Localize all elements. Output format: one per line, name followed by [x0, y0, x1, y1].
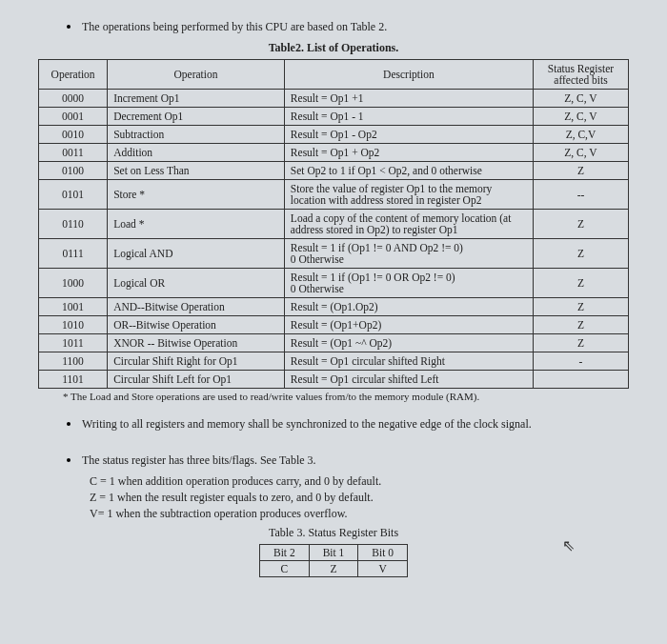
bit1-header: Bit 1	[309, 544, 358, 560]
cell-status	[533, 370, 628, 388]
cell-status: Z	[533, 315, 628, 333]
bit0-header: Bit 0	[358, 544, 408, 560]
cell-description: Result = Op1 + Op2	[284, 143, 533, 161]
table-row: 1011XNOR -- Bitwise OperationResult = (O…	[39, 333, 629, 352]
cell-status: Z, C, V	[533, 89, 628, 107]
cell-description: Result = 1 if (Op1 != 0 OR Op2 != 0) 0 O…	[284, 268, 533, 297]
cell-status: Z, C,V	[533, 125, 628, 143]
cell-opname: Decrement Op1	[108, 107, 285, 125]
cell-opcode: 0011	[39, 143, 108, 161]
cursor-icon: ⇖	[562, 536, 575, 554]
cell-status: Z	[533, 161, 628, 179]
cell-opname: Logical OR	[108, 268, 285, 297]
status-c-text: C = 1 when addition operation produces c…	[90, 473, 638, 490]
table-row: C Z V	[259, 560, 407, 576]
table-row: 0010SubtractionResult = Op1 - Op2Z, C,V	[39, 125, 629, 143]
table-row: 0011AdditionResult = Op1 + Op2Z, C, V	[39, 143, 629, 161]
cell-opcode: 1000	[39, 268, 108, 297]
cell-opcode: 0111	[39, 238, 108, 268]
cell-opcode: 0110	[39, 209, 108, 238]
cell-description: Result = Op1 circular shifted Left	[284, 370, 533, 388]
cell-opname: Circular Shift Right for Op1	[108, 352, 285, 370]
cell-description: Store the value of register Op1 to the m…	[284, 179, 533, 209]
th-description: Description	[284, 59, 533, 89]
status-register-table: Bit 2 Bit 1 Bit 0 C Z V	[259, 544, 408, 577]
table2-footnote: * The Load and Store operations are used…	[63, 391, 638, 402]
cell-opcode: 0000	[39, 89, 108, 107]
table-row: 1101Circular Shift Left for Op1Result = …	[39, 370, 629, 388]
cell-opname: Circular Shift Left for Op1	[108, 370, 285, 388]
bit2-value: C	[259, 560, 309, 576]
cell-description: Set Op2 to 1 if Op1 < Op2, and 0 otherwi…	[284, 161, 533, 179]
cell-opname: Store *	[108, 179, 285, 209]
cell-description: Result = 1 if (Op1 != 0 AND Op2 != 0) 0 …	[284, 238, 533, 268]
status-v-text: V= 1 when the subtraction operation prod…	[90, 506, 638, 522]
cell-opname: AND--Bitwise Operation	[108, 297, 285, 315]
th-status: Status Register affected bits	[533, 59, 628, 89]
th-operation: Operation	[39, 59, 108, 89]
table-row: 1100Circular Shift Right for Op1Result =…	[39, 352, 629, 370]
status-z-text: Z = 1 when the result register equals to…	[90, 490, 638, 506]
bullet-intro: The operations being performed by this C…	[67, 19, 638, 35]
cell-status: Z	[533, 333, 628, 352]
cell-description: Result = (Op1+Op2)	[284, 315, 533, 333]
cell-status: -	[533, 352, 628, 370]
cell-opcode: 0010	[39, 125, 108, 143]
bit2-header: Bit 2	[259, 544, 309, 560]
cell-description: Result = (Op1 ~^ Op2)	[284, 333, 533, 352]
table-row: 0110Load *Load a copy of the content of …	[39, 209, 629, 238]
cell-description: Result = Op1 +1	[284, 89, 533, 107]
cell-description: Result = Op1 - 1	[284, 107, 533, 125]
cell-opname: Increment Op1	[108, 89, 285, 107]
cell-opname: Set on Less Than	[108, 161, 285, 179]
cell-opname: Load *	[108, 209, 285, 238]
cell-status: Z	[533, 297, 628, 315]
table-row: Bit 2 Bit 1 Bit 0	[259, 544, 407, 560]
cell-opname: XNOR -- Bitwise Operation	[108, 333, 285, 352]
cell-opname: Addition	[108, 143, 285, 161]
bullet-dot-icon	[67, 458, 71, 462]
cell-status: Z, C, V	[533, 143, 628, 161]
cell-description: Result = Op1 circular shifted Right	[284, 352, 533, 370]
th-opname: Operation	[108, 59, 285, 89]
cell-description: Load a copy of the content of memory loc…	[284, 209, 533, 238]
table-row: 0101Store *Store the value of register O…	[39, 179, 629, 209]
cell-opcode: 1010	[39, 315, 108, 333]
cell-status: Z	[533, 209, 628, 238]
bit1-value: Z	[309, 560, 358, 576]
table-row: 1001AND--Bitwise OperationResult = (Op1.…	[39, 297, 629, 315]
bullet-sync: Writing to all registers and memory shal…	[67, 416, 638, 433]
cell-description: Result = (Op1.Op2)	[284, 297, 533, 315]
cell-opcode: 1011	[39, 333, 108, 352]
bullet-text: The operations being performed by this C…	[82, 19, 387, 35]
cell-opcode: 0001	[39, 107, 108, 125]
operations-table: Operation Operation Description Status R…	[38, 59, 629, 389]
cell-status: Z, C, V	[533, 107, 628, 125]
bullet-dot-icon	[67, 25, 71, 29]
cell-status: Z	[533, 268, 628, 297]
cell-opcode: 1001	[39, 297, 108, 315]
cell-status: --	[533, 179, 628, 209]
cell-opcode: 1101	[39, 370, 108, 388]
table-row: 1000Logical ORResult = 1 if (Op1 != 0 OR…	[39, 268, 629, 297]
table-row: 1010OR--Bitwise OperationResult = (Op1+O…	[39, 315, 629, 333]
cell-opname: OR--Bitwise Operation	[108, 315, 285, 333]
table-row: 0000Increment Op1Result = Op1 +1Z, C, V	[39, 89, 629, 107]
cell-opcode: 0100	[39, 161, 108, 179]
cell-opcode: 0101	[39, 179, 108, 209]
bullet-text: The status register has three bits/flags…	[82, 453, 316, 469]
cell-opname: Subtraction	[108, 125, 285, 143]
table-row: 0111Logical ANDResult = 1 if (Op1 != 0 A…	[39, 238, 629, 268]
bullet-text: Writing to all registers and memory shal…	[82, 416, 532, 433]
cell-description: Result = Op1 - Op2	[284, 125, 533, 143]
bullet-status: The status register has three bits/flags…	[67, 453, 638, 469]
bit0-value: V	[358, 560, 408, 576]
bullet-dot-icon	[67, 422, 71, 426]
table-row: 0001Decrement Op1Result = Op1 - 1Z, C, V	[39, 107, 629, 125]
table-header-row: Operation Operation Description Status R…	[39, 59, 629, 89]
cell-status: Z	[533, 238, 628, 268]
table3-title: Table 3. Status Register Bits	[29, 526, 638, 540]
cell-opcode: 1100	[39, 352, 108, 370]
table-row: 0100Set on Less ThanSet Op2 to 1 if Op1 …	[39, 161, 629, 179]
cell-opname: Logical AND	[108, 238, 285, 268]
